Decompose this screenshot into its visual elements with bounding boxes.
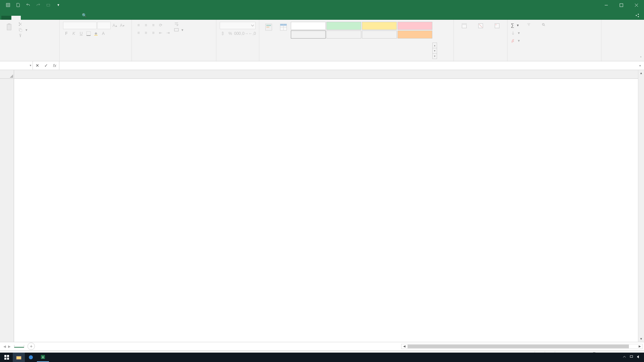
align-right-icon[interactable]: ≡ — [150, 29, 157, 36]
paste-button[interactable] — [2, 21, 17, 59]
style-gut[interactable] — [326, 22, 361, 30]
style-ausgabe[interactable] — [291, 31, 326, 39]
merge-button[interactable]: ▾ — [174, 27, 183, 32]
font-group-label — [62, 59, 129, 60]
cell-styles-gallery[interactable] — [291, 21, 432, 59]
percent-icon[interactable]: % — [227, 30, 234, 37]
italic-button[interactable]: K — [70, 30, 77, 37]
table-format-button[interactable] — [276, 21, 291, 59]
cut-button[interactable] — [18, 22, 28, 26]
redo-icon[interactable] — [34, 1, 42, 9]
dec-decimal-icon[interactable]: ←,0 — [249, 30, 256, 37]
vertical-scrollbar[interactable]: ▲▼ — [638, 70, 644, 342]
collapse-ribbon-icon[interactable]: ˄ — [637, 20, 644, 61]
minimize-button[interactable] — [599, 0, 614, 10]
fx-button[interactable]: fx — [50, 61, 59, 70]
format-painter-button[interactable] — [18, 33, 28, 38]
fill-button[interactable]: ▾ — [511, 29, 520, 36]
grow-font-icon[interactable]: A▴ — [111, 22, 118, 29]
style-eingabe[interactable] — [397, 31, 432, 39]
number-group-label — [218, 59, 257, 60]
excel-icon — [4, 1, 12, 9]
tab-ansicht[interactable] — [68, 16, 77, 20]
tab-start[interactable] — [11, 16, 21, 20]
tab-formeln[interactable] — [40, 16, 49, 20]
style-neutral[interactable] — [362, 22, 397, 30]
wrap-text-button[interactable] — [174, 22, 183, 26]
start-button[interactable] — [1, 353, 13, 362]
maximize-button[interactable] — [614, 0, 629, 10]
accept-formula-button[interactable]: ✓ — [42, 61, 50, 70]
find-select-button[interactable] — [536, 21, 551, 59]
column-headers[interactable] — [14, 70, 638, 79]
align-center-icon[interactable]: ≡ — [143, 29, 149, 36]
clipboard-group-label — [2, 59, 57, 60]
name-box[interactable]: ▼ — [0, 61, 33, 70]
font-color-button[interactable]: A — [100, 30, 107, 37]
delete-cells-button[interactable] — [472, 21, 489, 59]
outdent-icon[interactable]: ⇤ — [157, 29, 164, 36]
qa-dropdown-icon[interactable]: ▼ — [54, 1, 62, 9]
close-button[interactable] — [629, 0, 644, 10]
currency-icon[interactable]: ₿ — [220, 30, 226, 37]
svg-rect-41 — [7, 355, 9, 357]
tab-seitenlayout[interactable] — [30, 16, 40, 20]
style-besucht[interactable] — [362, 31, 397, 39]
shrink-font-icon[interactable]: A▾ — [119, 22, 125, 29]
select-all-corner[interactable] — [0, 70, 14, 79]
format-cells-button[interactable] — [489, 21, 505, 59]
task-edge[interactable] — [25, 353, 37, 362]
style-berechnung[interactable] — [326, 31, 361, 39]
sort-filter-button[interactable] — [521, 21, 536, 59]
tab-ueberpruefen[interactable] — [58, 16, 68, 20]
svg-rect-2 — [47, 4, 50, 6]
orientation-icon[interactable]: ⟳ — [157, 22, 164, 28]
autosum-button[interactable]: ∑ ▾ — [511, 22, 520, 28]
copy-button[interactable]: ▾ — [18, 27, 28, 32]
task-explorer[interactable] — [13, 353, 25, 362]
border-button[interactable] — [85, 30, 92, 37]
undo-icon[interactable] — [24, 1, 32, 9]
style-schlecht[interactable] — [397, 22, 432, 30]
sheet-tab-active[interactable] — [14, 345, 24, 348]
tab-daten[interactable] — [49, 16, 58, 20]
titlebar: ▼ — [0, 0, 644, 10]
task-excel[interactable]: X — [37, 353, 49, 362]
align-left-icon[interactable]: ≡ — [135, 29, 142, 36]
tray-chevron-icon[interactable] — [622, 354, 627, 360]
underline-button[interactable]: U — [78, 30, 85, 37]
tab-file[interactable] — [1, 16, 11, 20]
fill-color-button[interactable] — [93, 30, 99, 37]
conditional-format-button[interactable] — [261, 21, 276, 59]
cancel-formula-button[interactable]: ✕ — [33, 61, 42, 70]
add-sheet-button[interactable]: + — [28, 343, 35, 350]
tab-einfuegen[interactable] — [21, 16, 30, 20]
clear-button[interactable]: ▾ — [511, 37, 520, 44]
align-middle-icon[interactable]: ≡ — [143, 22, 149, 28]
font-size-select[interactable] — [97, 22, 111, 29]
share-button[interactable] — [635, 13, 639, 18]
style-scroll[interactable]: ▴▾▾ — [432, 21, 437, 59]
svg-rect-8 — [8, 23, 10, 25]
align-bottom-icon[interactable]: ≡ — [150, 22, 157, 28]
row-headers[interactable] — [0, 79, 14, 342]
svg-text:X: X — [42, 356, 44, 359]
font-family-select[interactable] — [63, 22, 97, 29]
bold-button[interactable]: F — [63, 30, 70, 37]
tray-network-icon[interactable] — [629, 354, 634, 360]
indent-icon[interactable]: ⇥ — [165, 29, 171, 36]
formula-input[interactable] — [59, 61, 636, 70]
horizontal-scrollbar[interactable]: ◀▶ — [401, 344, 643, 349]
save-icon[interactable] — [14, 1, 22, 9]
qa-more-icon[interactable] — [44, 1, 52, 9]
number-format-select[interactable] — [220, 22, 256, 29]
tray-sound-icon[interactable] — [636, 354, 641, 360]
comma-icon[interactable]: 000 — [234, 30, 241, 37]
inc-decimal-icon[interactable]: ,0→ — [241, 30, 248, 37]
insert-cells-button[interactable] — [456, 21, 472, 59]
tab-suchen[interactable]: 🔍 — [77, 11, 92, 20]
style-standard[interactable] — [291, 22, 326, 30]
sheet-nav[interactable]: ◀▶ — [0, 345, 14, 348]
align-top-icon[interactable]: ≡ — [135, 22, 142, 28]
expand-formula-bar-icon[interactable]: ▾ — [636, 61, 644, 70]
